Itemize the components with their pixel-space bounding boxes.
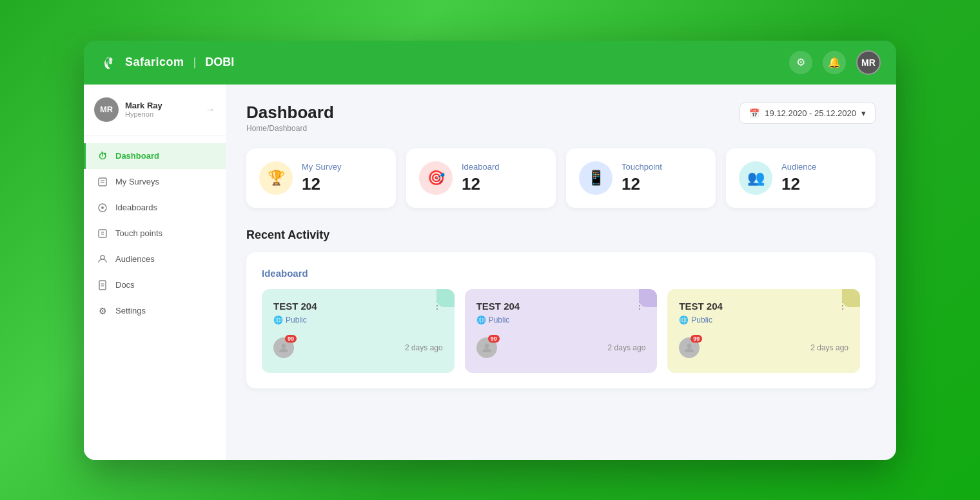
breadcrumb: Home/Dashboard xyxy=(246,124,334,133)
sidebar-user-role: Hyperion xyxy=(125,110,199,118)
card1-visibility: Public xyxy=(286,315,307,325)
my-surveys-icon xyxy=(96,175,109,188)
sidebar-item-settings[interactable]: ⚙ Settings xyxy=(84,298,226,324)
page-title: Dashboard xyxy=(246,103,334,123)
sidebar-item-docs-label: Docs xyxy=(115,280,135,290)
activity-box: Ideaboard TEST 204 ⋮ 🌐 Public xyxy=(246,252,876,388)
sidebar-item-ideaboards[interactable]: Ideaboards xyxy=(84,195,226,221)
sidebar-avatar-initials: MR xyxy=(100,105,113,114)
touchpoints-icon xyxy=(96,227,109,240)
card1-time: 2 days ago xyxy=(405,343,443,352)
logo-sub: DOBI xyxy=(205,55,234,69)
card2-header: TEST 204 ⋮ xyxy=(476,301,646,312)
card1-corner xyxy=(436,289,455,307)
card2-public: 🌐 Public xyxy=(476,315,646,325)
bell-icon: 🔔 xyxy=(828,56,841,68)
card3-title: TEST 204 xyxy=(679,301,723,312)
user-section: MR Mark Ray Hyperion → xyxy=(84,97,226,135)
sidebar-item-audiences[interactable]: Audiences xyxy=(84,246,226,272)
stat-card-audience[interactable]: 👥 Audience 12 xyxy=(726,148,876,208)
recent-activity-section: Recent Activity Ideaboard TEST 204 ⋮ xyxy=(246,228,876,388)
logo-area: Safaricom | DOBI xyxy=(99,52,234,73)
logout-button[interactable]: → xyxy=(205,104,215,115)
stat-card-ideaboard[interactable]: 🎯 Ideaboard 12 xyxy=(406,148,556,208)
card2-corner xyxy=(639,289,657,307)
avatar-initials: MR xyxy=(861,57,876,68)
card1-badge: 99 xyxy=(285,335,297,343)
sidebar-item-touchpoints-label: Touch points xyxy=(115,228,162,238)
card1-avatar: 99 xyxy=(273,337,294,358)
settings-button[interactable]: ⚙ xyxy=(789,51,812,74)
recent-activity-title: Recent Activity xyxy=(246,228,876,242)
stat-info-ideaboard: Ideaboard 12 xyxy=(462,162,500,194)
public-globe-icon-1: 🌐 xyxy=(273,315,283,325)
page-header: Dashboard Home/Dashboard 📅 19.12.2020 - … xyxy=(246,103,876,133)
card3-visibility: Public xyxy=(691,315,712,325)
ideaboard-section-title: Ideaboard xyxy=(262,268,860,279)
sidebar-item-docs[interactable]: Docs xyxy=(84,272,226,298)
app-window: Safaricom | DOBI ⚙ 🔔 MR MR Mark xyxy=(84,41,896,460)
card2-badge: 99 xyxy=(488,335,500,343)
idea-card-2[interactable]: TEST 204 ⋮ 🌐 Public 99 xyxy=(465,289,658,373)
card3-header: TEST 204 ⋮ xyxy=(679,301,848,312)
sidebar-user-name: Mark Ray xyxy=(125,101,199,110)
logo-divider: | xyxy=(193,55,197,69)
breadcrumb-home[interactable]: Home xyxy=(246,124,267,133)
stat-value-ideaboard: 12 xyxy=(462,174,500,194)
content-area: Dashboard Home/Dashboard 📅 19.12.2020 - … xyxy=(226,85,896,460)
sidebar: MR Mark Ray Hyperion → ⏱ Dashboard My Su… xyxy=(84,85,226,460)
stat-card-my-survey[interactable]: 🏆 My Survey 12 xyxy=(246,148,396,208)
sidebar-item-touchpoints[interactable]: Touch points xyxy=(84,221,226,246)
stat-label-touchpoint: Touchpoint xyxy=(622,162,662,172)
stat-value-my-survey: 12 xyxy=(302,174,341,194)
stat-icon-ideaboard: 🎯 xyxy=(419,161,453,195)
card2-visibility: Public xyxy=(489,315,510,325)
sidebar-item-dashboard-label: Dashboard xyxy=(115,151,159,161)
sidebar-item-ideaboards-label: Ideaboards xyxy=(115,203,157,212)
settings-icon: ⚙ xyxy=(796,56,805,68)
date-picker[interactable]: 📅 19.12.2020 - 25.12.2020 ▾ xyxy=(740,103,876,124)
svg-point-8 xyxy=(101,255,104,259)
stat-icon-audience: 👥 xyxy=(739,161,772,195)
notifications-button[interactable]: 🔔 xyxy=(823,51,846,74)
sidebar-user-avatar: MR xyxy=(94,97,119,122)
cards-row: TEST 204 ⋮ 🌐 Public 99 xyxy=(262,289,860,373)
idea-card-1[interactable]: TEST 204 ⋮ 🌐 Public 99 xyxy=(262,289,455,373)
svg-rect-5 xyxy=(99,230,106,237)
ideaboards-icon xyxy=(96,201,109,214)
breadcrumb-current: Dashboard xyxy=(269,124,307,133)
svg-point-12 xyxy=(282,343,286,348)
stat-label-audience: Audience xyxy=(781,162,816,172)
logo-brand: Safaricom xyxy=(125,55,184,69)
sidebar-item-my-surveys[interactable]: My Surveys xyxy=(84,169,226,195)
sidebar-item-dashboard[interactable]: ⏱ Dashboard xyxy=(84,143,226,169)
date-range-text: 19.12.2020 - 25.12.2020 xyxy=(765,108,856,118)
card3-public: 🌐 Public xyxy=(679,315,848,325)
safaricom-logo-icon xyxy=(99,52,120,73)
card3-avatar: 99 xyxy=(679,337,700,358)
svg-point-4 xyxy=(101,206,104,209)
card1-footer: 99 2 days ago xyxy=(273,337,443,358)
card3-badge: 99 xyxy=(691,335,702,343)
public-globe-icon-2: 🌐 xyxy=(476,315,486,325)
card2-title: TEST 204 xyxy=(476,301,520,312)
user-avatar-header[interactable]: MR xyxy=(856,50,881,75)
main-layout: MR Mark Ray Hyperion → ⏱ Dashboard My Su… xyxy=(84,85,896,460)
card1-public: 🌐 Public xyxy=(273,315,443,325)
sidebar-user-info: Mark Ray Hyperion xyxy=(125,101,199,118)
idea-card-3[interactable]: TEST 204 ⋮ 🌐 Public 99 xyxy=(667,289,860,373)
stat-value-touchpoint: 12 xyxy=(622,174,662,194)
page-header-left: Dashboard Home/Dashboard xyxy=(246,103,334,133)
stat-label-my-survey: My Survey xyxy=(302,162,341,172)
stats-row: 🏆 My Survey 12 🎯 Ideaboard 12 📱 xyxy=(246,148,876,208)
docs-icon xyxy=(96,279,109,292)
calendar-icon: 📅 xyxy=(749,108,760,118)
card2-time: 2 days ago xyxy=(608,343,646,352)
stat-icon-my-survey: 🏆 xyxy=(259,161,293,195)
svg-point-13 xyxy=(484,343,489,348)
stat-label-ideaboard: Ideaboard xyxy=(462,162,500,172)
stat-icon-touchpoint: 📱 xyxy=(579,161,612,195)
card3-corner xyxy=(842,289,860,307)
stat-card-touchpoint[interactable]: 📱 Touchpoint 12 xyxy=(566,148,716,208)
header-actions: ⚙ 🔔 MR xyxy=(789,50,881,75)
